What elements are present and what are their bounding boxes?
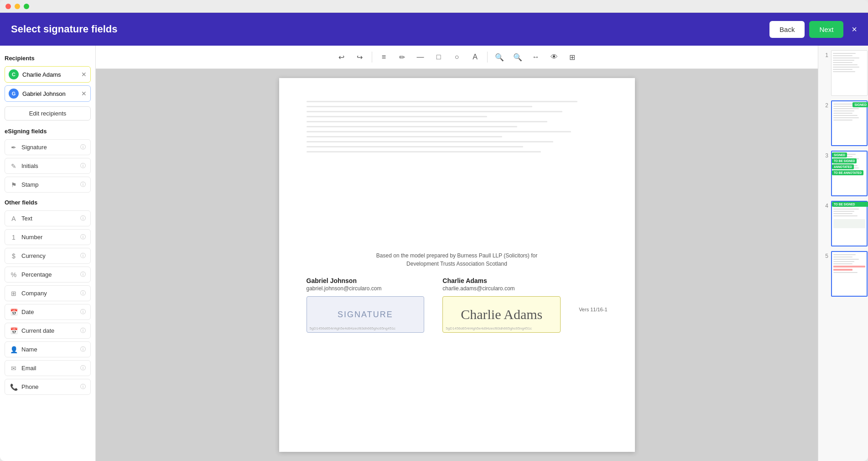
email-info-icon[interactable]: ⓘ [80, 364, 86, 372]
signature-label: Signature [21, 144, 77, 151]
grid-button[interactable]: ⊞ [564, 49, 581, 65]
back-button[interactable]: Back [769, 21, 805, 38]
initials-field[interactable]: ✎ Initials ⓘ [5, 158, 91, 174]
sig-col-gabriel: Gabriel Johnson gabriel.johnson@circular… [307, 277, 425, 333]
toolbar: ↩ ↪ ≡ ✏ — □ ○ A 🔍 🔍 ↔ 👁 ⊞ [96, 46, 818, 69]
maximize-dot[interactable] [24, 4, 29, 9]
recipient-name-charlie: Charlie Adams [22, 71, 78, 78]
sig-hash-gabriel: 5gD1456d654rl4gh5e4d94zecf83dh665ghc65ng… [310, 326, 396, 330]
company-field[interactable]: ⊞ Company ⓘ [5, 285, 91, 301]
thumb-row-2: 2 SIGNED [822, 100, 864, 146]
percentage-info-icon[interactable]: ⓘ [80, 271, 86, 278]
number-field[interactable]: 1 Number ⓘ [5, 229, 91, 245]
recipient-name-gabriel: Gabriel Johnson [22, 90, 78, 97]
signer2-name: Charlie Adams [442, 277, 561, 284]
page-num-1: 1 [822, 50, 828, 58]
stamp-info-icon[interactable]: ⓘ [80, 181, 86, 189]
redo-button[interactable]: ↪ [352, 49, 368, 65]
app-window: Select signature fields Back Next × Reci… [0, 0, 868, 461]
minimize-dot[interactable] [15, 4, 20, 9]
badge-signed-3: SIGNED [832, 152, 847, 157]
circle-button[interactable]: ○ [449, 49, 465, 65]
thumb-container-3[interactable]: SIGNED TO BE SIGNED ANNOTATED TO BE ANNO… [831, 151, 868, 196]
sig-hash-charlie: 5gD1456d654rl4gh5e4d94zecf83dh665ghc65ng… [446, 326, 532, 330]
content-area: ↩ ↪ ≡ ✏ — □ ○ A 🔍 🔍 ↔ 👁 ⊞ [96, 46, 818, 461]
phone-label: Phone [21, 383, 77, 390]
number-info-icon[interactable]: ⓘ [80, 233, 86, 241]
other-fields-title: Other fields [5, 199, 91, 206]
text-info-icon[interactable]: ⓘ [80, 215, 86, 222]
badge-signed-2: SIGNED [852, 102, 868, 107]
currency-info-icon[interactable]: ⓘ [80, 252, 86, 260]
email-icon: ✉ [10, 365, 18, 372]
recipient-item-charlie[interactable]: C Charlie Adams ✕ [5, 66, 91, 83]
fit-width-button[interactable]: ↔ [528, 49, 544, 65]
thumb-row-4: 4 TO BE SIGNED [822, 201, 864, 246]
line-button[interactable]: — [412, 49, 429, 65]
main-content: Recipients C Charlie Adams ✕ G Gabriel J… [0, 46, 868, 461]
version-text: Vers 11/16-1 [579, 307, 607, 312]
phone-info-icon[interactable]: ⓘ [80, 383, 86, 391]
toolbar-sep-2 [487, 52, 488, 63]
percentage-field[interactable]: % Percentage ⓘ [5, 267, 91, 283]
currency-field[interactable]: $ Currency ⓘ [5, 248, 91, 264]
current-date-field[interactable]: 📅 Current date ⓘ [5, 323, 91, 339]
email-field[interactable]: ✉ Email ⓘ [5, 360, 91, 376]
current-date-label: Current date [21, 327, 77, 334]
toolbar-sep-1 [372, 52, 372, 63]
text-tool-button[interactable]: A [467, 49, 483, 65]
remove-gabriel-button[interactable]: ✕ [81, 90, 87, 97]
signer1-email: gabriel.johnson@circularo.com [307, 285, 425, 292]
badge-to-be-signed-3: TO BE SIGNED [832, 158, 857, 163]
current-date-info-icon[interactable]: ⓘ [80, 327, 86, 335]
close-dot[interactable] [5, 4, 11, 9]
name-field[interactable]: 👤 Name ⓘ [5, 341, 91, 357]
sig-box-charlie[interactable]: Charlie Adams 5gD1456d654rl4gh5e4d94zecf… [442, 296, 561, 333]
date-info-icon[interactable]: ⓘ [80, 308, 86, 316]
text-field[interactable]: A Text ⓘ [5, 210, 91, 226]
currency-label: Currency [21, 252, 77, 259]
stamp-field[interactable]: ⚑ Stamp ⓘ [5, 177, 91, 193]
thumb-container-4[interactable]: TO BE SIGNED [831, 201, 868, 246]
thumb-img-2 [831, 100, 868, 146]
charlie-signature: Charlie Adams [461, 307, 542, 322]
signature-field[interactable]: ✒ Signature ⓘ [5, 139, 91, 155]
close-button[interactable]: × [852, 24, 857, 35]
phone-field[interactable]: 📞 Phone ⓘ [5, 379, 91, 395]
sig-box-gabriel[interactable]: SIGNATURE 5gD1456d654rl4gh5e4d94zecf83dh… [307, 296, 425, 333]
next-button[interactable]: Next [809, 21, 843, 38]
esigning-fields-title: eSigning fields [5, 128, 91, 135]
percentage-label: Percentage [21, 271, 77, 278]
thumb-container-2[interactable]: SIGNED [831, 100, 868, 146]
name-info-icon[interactable]: ⓘ [80, 346, 86, 353]
text-icon: A [10, 215, 18, 222]
signer1-name: Gabriel Johnson [307, 277, 425, 284]
signature-info-icon[interactable]: ⓘ [80, 143, 86, 151]
recipient-item-gabriel[interactable]: G Gabriel Johnson ✕ [5, 85, 91, 102]
company-info-icon[interactable]: ⓘ [80, 289, 86, 297]
thumb-container-1[interactable] [831, 50, 868, 96]
zoom-out-button[interactable]: 🔍 [491, 49, 508, 65]
thumb-container-5[interactable] [831, 251, 868, 297]
thumb-row-5: 5 [822, 251, 864, 297]
zoom-in-button[interactable]: 🔍 [509, 49, 526, 65]
edit-recipients-button[interactable]: Edit recipients [5, 106, 91, 120]
company-label: Company [21, 290, 77, 297]
name-icon: 👤 [10, 346, 18, 353]
view-button[interactable]: 👁 [546, 49, 562, 65]
avatar-charlie: C [9, 69, 19, 79]
header: Select signature fields Back Next × [0, 13, 868, 46]
undo-button[interactable]: ↩ [333, 49, 350, 65]
pen-button[interactable]: ✏ [394, 49, 411, 65]
date-field[interactable]: 📅 Date ⓘ [5, 304, 91, 320]
remove-charlie-button[interactable]: ✕ [81, 71, 87, 78]
doc-footer: Based on the model prepared by Burness P… [307, 251, 608, 333]
list-button[interactable]: ≡ [376, 49, 392, 65]
initials-info-icon[interactable]: ⓘ [80, 162, 86, 170]
stamp-label: Stamp [21, 181, 77, 188]
doc-viewer: Based on the model prepared by Burness P… [96, 69, 818, 461]
page-title: Select signature fields [11, 23, 118, 35]
name-label: Name [21, 346, 77, 353]
rect-button[interactable]: □ [431, 49, 447, 65]
thumb-img-5 [831, 251, 868, 297]
